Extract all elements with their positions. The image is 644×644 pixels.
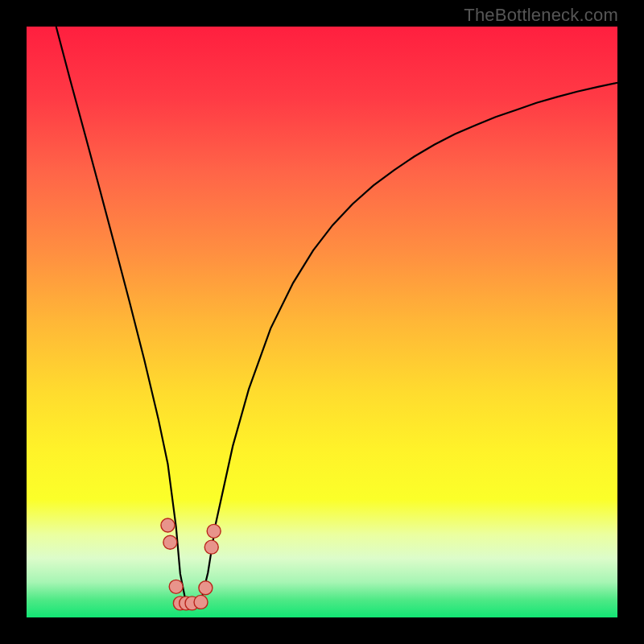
highlight-marker bbox=[169, 580, 183, 593]
highlight-marker bbox=[207, 524, 221, 538]
highlight-marker bbox=[199, 581, 213, 595]
chart-stage: TheBottleneck.com bbox=[0, 0, 644, 644]
watermark-text: TheBottleneck.com bbox=[464, 5, 618, 26]
highlight-marker bbox=[163, 535, 177, 549]
highlight-marker bbox=[204, 540, 218, 554]
plot-background bbox=[27, 27, 617, 617]
highlight-marker bbox=[194, 595, 208, 609]
highlight-marker bbox=[161, 518, 175, 532]
bottleneck-chart bbox=[0, 0, 644, 644]
